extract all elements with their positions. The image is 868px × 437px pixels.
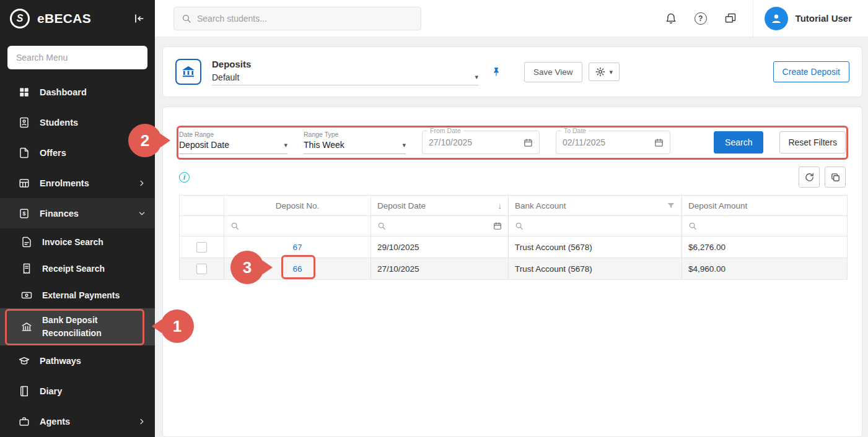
sidebar-item-label: Finances [40,209,79,218]
to-date-label: To Date [561,127,589,134]
sidebar-item-label: Diary [40,386,62,396]
ebecas-logo-icon [10,9,30,28]
sidebar-item-pathways[interactable]: Pathways [0,345,155,376]
view-selector[interactable]: Default [212,72,478,85]
deposits-table: Deposit No. Deposit Date Bank Account De… [179,195,848,280]
calendar-icon[interactable] [524,138,533,147]
user-avatar[interactable] [765,7,788,30]
sidebar-item-invoice-search[interactable]: Invoice Search [0,228,155,255]
table-row[interactable]: 67 29/10/2025 Trust Account (5678) $6,27… [180,236,848,258]
column-header-bank-account[interactable]: Bank Account [509,196,682,216]
sidebar-item-diary[interactable]: Diary [0,376,155,406]
create-deposit-button[interactable]: Create Deposit [773,61,849,82]
search-icon [377,222,386,230]
column-header-deposit-date[interactable]: Deposit Date [371,196,509,216]
deposits-table-card: Date Range Deposit Date Range Type This … [162,106,862,437]
notifications-bell-icon[interactable] [664,12,678,25]
deposit-date-cell: 29/10/2025 [371,236,509,258]
help-icon[interactable] [693,12,708,25]
chevron-right-icon [138,179,146,188]
range-type-select[interactable]: Range Type This Week [304,131,406,154]
main-content: Deposits Default Save View Create Deposi… [155,37,868,437]
deposit-no-link[interactable]: 66 [292,264,302,274]
refresh-button[interactable] [799,167,820,188]
calendar-icon[interactable] [493,222,502,230]
date-range-value: Deposit Date [179,140,229,150]
sidebar-item-dashboard[interactable]: Dashboard [0,77,155,107]
student-search-input[interactable] [197,14,413,24]
sidebar-nav: Dashboard Students Offers Enrolments $ F… [0,77,155,436]
sidebar-item-bank-deposit-reconciliation[interactable]: Bank Deposit Reconciliation [0,308,155,345]
agents-icon [19,416,30,427]
sidebar-item-label: Bank Deposit Reconciliation [42,314,115,340]
row-checkbox-cell [180,258,224,280]
to-date-input[interactable]: To Date 02/11/2025 [556,131,670,154]
sidebar-item-agents[interactable]: Agents [0,406,155,436]
gear-icon [595,67,605,77]
header-row: Deposit No. Deposit Date Bank Account De… [180,196,848,216]
filter-row [180,216,848,236]
grid-toolbar [179,167,846,188]
search-icon [182,14,191,24]
sidebar-collapse-icon[interactable] [133,12,145,25]
row-checkbox[interactable] [196,242,207,253]
deposits-title-block: Deposits Default [212,59,478,85]
sidebar-item-students[interactable]: Students [0,107,155,137]
reset-filters-button[interactable]: Reset Filters [779,131,846,154]
sidebar-item-label: Agents [40,417,70,426]
deposit-no-link[interactable]: 67 [292,243,302,252]
column-header-deposit-no[interactable]: Deposit No. [224,196,371,216]
column-header-deposit-amount[interactable]: Deposit Amount [682,196,848,216]
from-date-input[interactable]: From Date 27/10/2025 [422,131,540,154]
filter-cell-deposit-no[interactable] [224,216,371,236]
refresh-icon [804,172,815,183]
filter-cell-bank-account[interactable] [509,216,682,236]
date-range-select[interactable]: Date Range Deposit Date [179,131,287,154]
sidebar-item-finances[interactable]: $ Finances [0,198,155,228]
students-icon [19,117,30,128]
view-selector-value: Default [212,72,239,82]
sort-desc-icon[interactable] [498,201,502,210]
window-restore-icon[interactable] [723,12,738,25]
sidebar-item-offers[interactable]: Offers [0,137,155,168]
topbar-divider [753,0,753,37]
settings-gear-button[interactable] [589,63,620,81]
sidebar-item-label: Offers [40,148,66,158]
search-button[interactable]: Search [714,131,763,154]
row-checkbox[interactable] [196,264,207,274]
filter-cell-deposit-amount[interactable] [682,216,848,236]
bank-badge-icon [175,59,201,85]
finances-icon: $ [19,208,30,219]
to-date-value: 02/11/2025 [563,137,654,147]
sidebar-search-input[interactable] [7,46,147,69]
student-search[interactable] [173,7,421,30]
save-view-button[interactable]: Save View [524,62,582,82]
copy-icon [830,172,841,183]
filter-cell-deposit-date[interactable] [371,216,509,236]
calendar-icon[interactable] [654,138,664,147]
sidebar-item-receipt-search[interactable]: Receipt Search [0,255,155,282]
app-root: eBECAS Dashboard Students Offers Enrolme… [0,0,868,437]
search-icon [688,222,697,230]
pin-icon[interactable] [491,66,502,77]
info-icon[interactable] [179,172,190,183]
filter-cell-checkbox [180,216,224,236]
filter-funnel-icon[interactable] [667,201,675,210]
sidebar-item-external-payments[interactable]: External Payments [0,282,155,308]
sidebar-item-label: Enrolments [40,178,89,188]
range-type-value: This Week [304,140,344,150]
select-all-header-cell [180,196,224,216]
deposit-amount-cell: $6,276.00 [682,236,848,258]
deposit-no-cell: 66 [224,258,371,280]
sidebar-item-label: Pathways [40,356,81,366]
chevron-down-icon [610,68,613,76]
bank-account-cell: Trust Account (5678) [509,236,682,258]
sidebar-item-label: Receipt Search [42,264,105,274]
copy-button[interactable] [825,167,846,188]
table-row[interactable]: 66 27/10/2025 Trust Account (5678) $4,96… [180,258,848,280]
from-date-value: 27/10/2025 [429,137,524,147]
topbar-right: Tutorial User [664,0,868,37]
sidebar-item-enrolments[interactable]: Enrolments [0,168,155,198]
topbar: Tutorial User [155,0,868,37]
sidebar-logo-row: eBECAS [0,0,155,37]
